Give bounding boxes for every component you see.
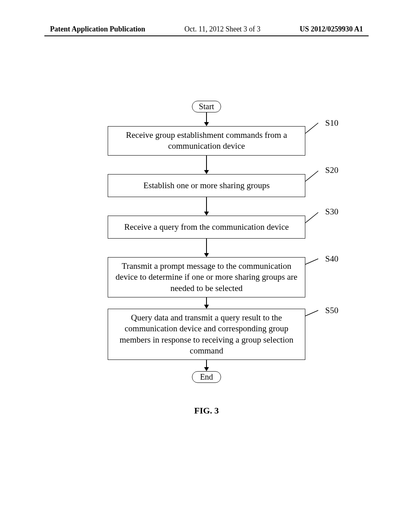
arrow — [204, 197, 209, 216]
label-connector — [305, 171, 321, 181]
arrow — [204, 297, 209, 309]
process-row-s20: Establish one or more sharing groups S20 — [108, 174, 305, 197]
label-connector — [305, 123, 321, 133]
process-row-s50: Query data and transmit a query result t… — [108, 309, 305, 360]
terminator-end: End — [192, 371, 221, 383]
arrow — [204, 156, 209, 174]
process-row-s40: Transmit a prompt message to the communi… — [108, 257, 305, 297]
process-box: Query data and transmit a query result t… — [108, 309, 305, 360]
figure-caption: FIG. 3 — [194, 405, 219, 416]
label-connector — [305, 212, 321, 223]
arrow — [204, 360, 209, 371]
process-box: Receive group establishment commands fro… — [108, 126, 305, 156]
process-box: Establish one or more sharing groups — [108, 174, 305, 197]
step-label: S30 — [325, 207, 338, 217]
header-date-sheet: Oct. 11, 2012 Sheet 3 of 3 — [184, 25, 260, 33]
step-label: S10 — [325, 118, 338, 128]
process-row-s10: Receive group establishment commands fro… — [108, 126, 305, 156]
step-label: S50 — [325, 305, 338, 316]
arrow — [204, 112, 209, 126]
step-label: S40 — [325, 254, 338, 264]
process-box: Transmit a prompt message to the communi… — [108, 257, 305, 297]
process-row-s30: Receive a query from the communication d… — [108, 216, 305, 239]
process-box: Receive a query from the communication d… — [108, 216, 305, 239]
step-label: S20 — [325, 165, 338, 175]
header-publication-type: Patent Application Publication — [50, 25, 145, 33]
terminator-start: Start — [192, 101, 221, 112]
header-divider — [44, 35, 369, 36]
label-connector — [305, 310, 321, 321]
header-patent-number: US 2012/0259930 A1 — [300, 25, 363, 33]
flowchart: Start Receive group establishment comman… — [0, 101, 413, 416]
page-header: Patent Application Publication Oct. 11, … — [0, 25, 413, 33]
arrow — [204, 239, 209, 257]
label-connector — [305, 259, 321, 269]
